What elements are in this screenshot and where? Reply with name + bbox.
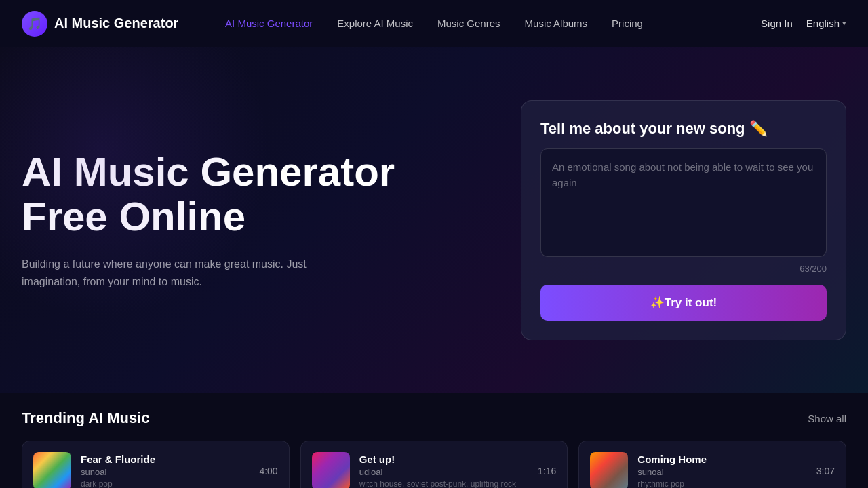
- nav-pricing[interactable]: Pricing: [612, 18, 643, 29]
- hero-right: Tell me about your new song ✏️ 63/200 ✨T…: [521, 100, 846, 340]
- trending-title: Trending AI Music: [22, 409, 150, 427]
- album-art: [312, 452, 350, 488]
- hero-subtitle: Building a future where anyone can make …: [22, 256, 307, 290]
- hero-section: AI Music Generator Free Online Building …: [0, 47, 868, 393]
- card-title: Tell me about your new song ✏️: [540, 120, 827, 138]
- music-duration: 1:16: [538, 466, 556, 476]
- music-duration: 4:00: [259, 466, 277, 476]
- music-card[interactable]: Fear & Fluoride sunoai dark pop 4:00: [22, 441, 290, 488]
- song-generator-card: Tell me about your new song ✏️ 63/200 ✨T…: [521, 100, 846, 340]
- signin-button[interactable]: Sign In: [761, 18, 793, 29]
- music-card-left: Fear & Fluoride sunoai dark pop: [33, 452, 155, 488]
- music-card-left: Coming Home sunoai rhythmic pop: [590, 452, 707, 488]
- language-label: English: [806, 18, 840, 29]
- navbar: 🎵 AI Music Generator AI Music Generator …: [0, 0, 868, 47]
- music-title: Coming Home: [637, 453, 707, 465]
- music-title: Fear & Fluoride: [81, 453, 155, 465]
- music-card[interactable]: Coming Home sunoai rhythmic pop 3:07: [578, 441, 846, 488]
- show-all-button[interactable]: Show all: [808, 413, 846, 424]
- music-genre: rhythmic pop: [637, 479, 707, 488]
- music-genre: witch house, soviet post-punk, uplifting…: [359, 479, 516, 488]
- try-it-out-button[interactable]: ✨Try it out!: [540, 285, 827, 321]
- music-duration: 3:07: [816, 466, 835, 476]
- nav-explore-ai-music[interactable]: Explore AI Music: [337, 18, 413, 29]
- nav-right: Sign In English ▾: [761, 18, 846, 29]
- music-card-left: Get up! udioai witch house, soviet post-…: [312, 452, 516, 488]
- music-title: Get up!: [359, 453, 516, 465]
- album-art: [33, 452, 71, 488]
- trending-section: Trending AI Music Show all Fear & Fluori…: [0, 393, 868, 488]
- char-count: 63/200: [540, 264, 827, 274]
- nav-ai-music-generator[interactable]: AI Music Generator: [225, 18, 313, 29]
- app-name: AI Music Generator: [54, 16, 178, 31]
- music-artist: sunoai: [637, 467, 707, 477]
- album-art: [590, 452, 628, 488]
- hero-left: AI Music Generator Free Online Building …: [22, 150, 429, 290]
- chevron-down-icon: ▾: [842, 19, 846, 28]
- nav-logo[interactable]: 🎵 AI Music Generator: [22, 11, 178, 37]
- language-selector[interactable]: English ▾: [806, 18, 846, 29]
- logo-icon: 🎵: [22, 11, 47, 37]
- music-artist: sunoai: [81, 467, 155, 477]
- music-artist: udioai: [359, 467, 516, 477]
- music-grid: Fear & Fluoride sunoai dark pop 4:00 Get…: [22, 441, 846, 488]
- nav-links: AI Music Generator Explore AI Music Musi…: [225, 18, 643, 29]
- hero-title: AI Music Generator Free Online: [22, 150, 429, 239]
- music-genre: dark pop: [81, 479, 155, 488]
- music-info: Get up! udioai witch house, soviet post-…: [359, 453, 516, 488]
- nav-music-genres[interactable]: Music Genres: [437, 18, 500, 29]
- nav-music-albums[interactable]: Music Albums: [525, 18, 588, 29]
- music-card[interactable]: Get up! udioai witch house, soviet post-…: [300, 441, 568, 488]
- trending-header: Trending AI Music Show all: [22, 409, 846, 427]
- music-info: Coming Home sunoai rhythmic pop: [637, 453, 707, 488]
- song-description-input[interactable]: [540, 148, 827, 257]
- music-info: Fear & Fluoride sunoai dark pop: [81, 453, 155, 488]
